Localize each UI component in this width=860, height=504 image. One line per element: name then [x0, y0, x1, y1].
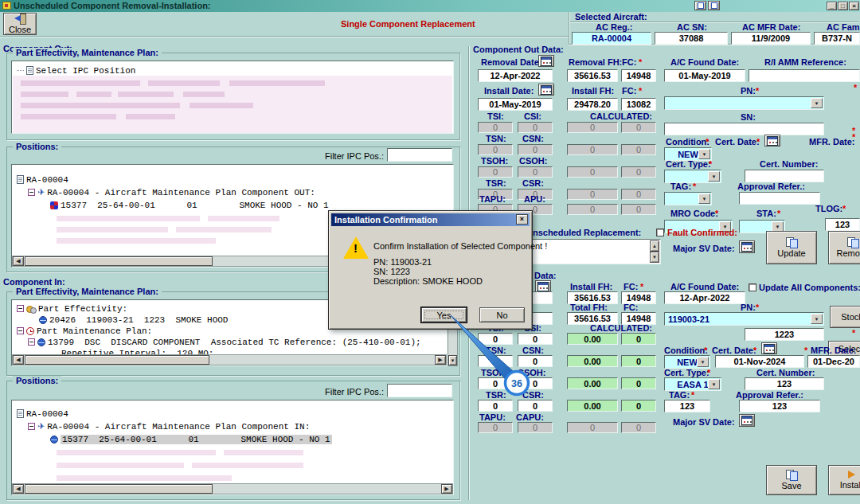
in-tsn-field[interactable]: 0 [478, 355, 513, 367]
titlebar-button-1[interactable] [694, 1, 706, 10]
in-csn-field[interactable]: 0 [518, 355, 553, 367]
in-tsr-field[interactable]: 0 [478, 400, 513, 412]
update-all-components-checkbox[interactable] [749, 283, 756, 291]
titlebar-button-2[interactable] [708, 1, 720, 10]
spinner-up-icon[interactable] [650, 240, 659, 252]
ac-reg-field[interactable]: RA-00004 [572, 32, 651, 45]
dialog-close-button[interactable]: × [516, 214, 528, 225]
remove-button[interactable]: Remove [828, 231, 860, 264]
in-pn-combo[interactable]: 119003-21 [664, 312, 824, 326]
collapse-icon[interactable] [28, 189, 35, 196]
in-csoh-field[interactable]: 0 [518, 377, 553, 389]
tree-item-aircraft-root[interactable]: RA-00004 [17, 174, 68, 185]
no-button[interactable]: No [479, 307, 525, 322]
scroll-left-icon[interactable] [13, 355, 24, 365]
tag-combo[interactable] [664, 192, 712, 205]
tree-item-part-effectivity[interactable]: Part Effectivity: [17, 303, 127, 314]
removal-fh-field[interactable]: 35616.53 [567, 69, 618, 82]
tree-item-component-in-selected[interactable]: 15377 25-64-00-01 01 SMOKE HOOD - NO 1 [50, 434, 332, 444]
in-tag-field[interactable]: 123 [664, 400, 710, 412]
close-button[interactable]: Close [3, 13, 37, 35]
tree-item-effectivity-part[interactable]: 20426 119003-21 1223 SMOKE HOOD [39, 315, 228, 325]
tree-item-select-ipc[interactable]: Select IPC Position [17, 65, 135, 76]
removal-date-field[interactable]: 12-Apr-2022 [478, 69, 553, 82]
collapse-icon[interactable] [17, 305, 24, 312]
in-effectivity-hscrollbar[interactable] [12, 354, 447, 365]
stock-button[interactable]: Stock [830, 306, 860, 328]
yes-button[interactable]: Yes [421, 307, 467, 322]
in-condition-combo[interactable]: NEW [664, 355, 710, 369]
in-cert-type-combo[interactable]: EASA 1 [664, 377, 721, 391]
in-approval-refer-input[interactable]: 123 [739, 400, 820, 412]
install-fc-field[interactable]: 13082 [621, 98, 656, 111]
in-tsi-field[interactable]: 0 [478, 333, 513, 345]
in-major-sv-date-calendar-button[interactable] [739, 414, 755, 427]
ac-family-field[interactable]: B737-N [814, 32, 860, 45]
install-date-field[interactable]: 01-May-2019 [478, 98, 553, 111]
dropdown-arrow-icon[interactable] [708, 379, 720, 389]
in-ac-found-date-field[interactable]: 12-Apr-2022 [664, 291, 745, 304]
tree-item-plan-in[interactable]: RA-00004 - Aircraft Maintenance Plan Com… [28, 421, 310, 432]
approval-refer-input[interactable] [739, 192, 820, 205]
reason-spinner[interactable] [650, 240, 659, 263]
tlog-field[interactable]: 123 [825, 218, 860, 231]
dropdown-arrow-icon[interactable] [698, 193, 710, 204]
removal-fc-field[interactable]: 14948 [621, 69, 656, 82]
in-cert-date-calendar-button[interactable] [761, 342, 777, 354]
minimize-button[interactable]: _ [827, 2, 837, 10]
ac-sn-field[interactable]: 37088 [655, 32, 728, 45]
collapse-icon[interactable] [28, 338, 35, 346]
tree-item-component-out[interactable]: 15377 25-64-00-01 01 SMOKE HOOD - NO 1 [50, 200, 329, 210]
in-install-date-calendar-button[interactable] [535, 280, 551, 292]
ri-amm-reference-input[interactable] [749, 69, 860, 82]
scrollbar-track[interactable] [24, 484, 441, 494]
tree-item-discard-task[interactable]: 13799 DSC DISCARD COMPONENT Associated T… [28, 337, 421, 347]
in-tsoh-field[interactable]: 0 [478, 377, 513, 389]
tree-item-part-maintenance-plan[interactable]: Part Maintenance Plan: [17, 326, 152, 336]
install-button[interactable]: Install [828, 465, 860, 495]
dropdown-arrow-icon[interactable] [708, 171, 720, 182]
in-cert-number-input[interactable]: 123 [745, 377, 824, 390]
scrollbar-thumb[interactable] [25, 484, 213, 494]
in-csr-field[interactable]: 0 [518, 400, 553, 412]
install-fh-field[interactable]: 29478.20 [567, 98, 618, 111]
scrollbar-track[interactable] [24, 355, 435, 365]
out-filter-input[interactable] [387, 148, 452, 162]
fault-confirmed-checkbox[interactable] [656, 229, 664, 236]
collapse-icon[interactable] [17, 327, 24, 334]
tree-item-plan-out[interactable]: RA-00004 - Aircraft Maintenance Plan Com… [28, 187, 315, 197]
maximize-button[interactable]: □ [838, 2, 848, 10]
scroll-right-icon[interactable] [435, 355, 446, 365]
save-button[interactable]: Save [766, 465, 817, 495]
scroll-right-icon[interactable] [441, 484, 452, 494]
spinner-down-icon[interactable] [650, 252, 659, 263]
in-filter-input[interactable] [387, 384, 452, 397]
close-window-button[interactable]: × [849, 2, 859, 10]
update-button[interactable]: Update [766, 231, 817, 264]
dropdown-arrow-icon[interactable] [811, 98, 823, 108]
in-cert-date-field[interactable]: 01-Nov-2024 [715, 355, 804, 368]
in-mfr-date-field[interactable]: 01-Dec-20 [807, 355, 860, 368]
ac-found-date-field[interactable]: 01-May-2019 [664, 69, 745, 82]
ac-mfr-date-field[interactable]: 11/9/2009 [731, 32, 811, 45]
pn-combo[interactable] [664, 96, 824, 110]
cert-number-input[interactable] [745, 170, 824, 182]
dropdown-arrow-icon[interactable] [697, 357, 709, 367]
in-csi-field[interactable]: 0 [518, 333, 553, 345]
collapse-icon[interactable] [28, 423, 35, 430]
scroll-down-icon[interactable] [448, 355, 457, 365]
cert-date-calendar-button[interactable] [764, 135, 780, 147]
scroll-left-icon[interactable] [13, 484, 24, 494]
removal-date-calendar-button[interactable] [538, 55, 554, 67]
major-sv-date-calendar-button[interactable] [739, 240, 755, 253]
scrollbar-thumb[interactable] [25, 355, 209, 365]
install-date-calendar-button[interactable] [538, 84, 554, 96]
tree-item-aircraft-root[interactable]: RA-00004 [17, 408, 68, 419]
dialog-title-bar[interactable]: Installation Confirmation [331, 213, 530, 226]
scroll-left-icon[interactable] [13, 256, 24, 266]
dropdown-arrow-icon[interactable] [811, 314, 823, 324]
dropdown-arrow-icon[interactable] [698, 149, 710, 159]
sn-input[interactable] [664, 123, 824, 135]
in-sn-input[interactable]: 1223 [745, 328, 824, 341]
in-positions-hscrollbar[interactable] [12, 483, 453, 494]
